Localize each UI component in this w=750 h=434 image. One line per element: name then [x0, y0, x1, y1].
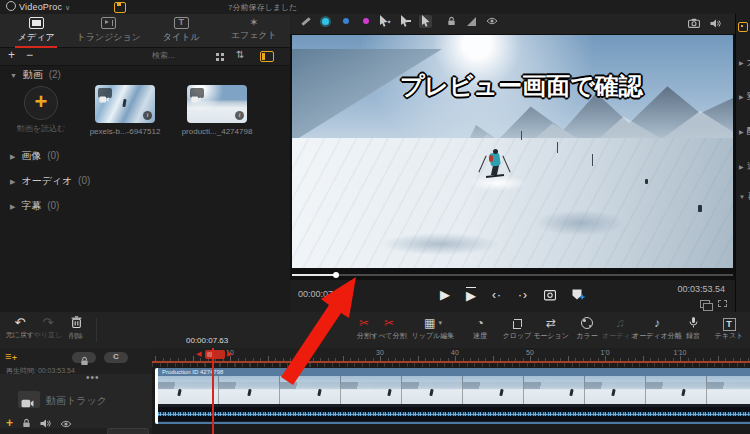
speaker-icon[interactable]	[710, 14, 721, 32]
eye-icon[interactable]	[60, 414, 72, 432]
ruler-tick	[163, 358, 164, 361]
preview-right-icons	[688, 14, 721, 32]
lift-pole	[557, 142, 558, 153]
ruler-tick	[688, 358, 689, 361]
cursor-icon[interactable]	[419, 15, 432, 28]
play-button[interactable]: ▶	[440, 288, 450, 301]
grid-view-icon[interactable]	[216, 53, 219, 56]
inspector-item-変[interactable]: ▶変	[739, 90, 750, 103]
snapshot-camera-icon[interactable]	[688, 14, 700, 32]
trash-button[interactable]: 削除	[54, 316, 98, 341]
preview-video[interactable]: プレビュー画面で確認	[292, 35, 733, 268]
mini-player-icon[interactable]	[700, 300, 710, 308]
import-video-button[interactable]: +	[24, 86, 58, 120]
library-tabs: メディアトランジションタイトル✶エフェクト	[0, 14, 290, 48]
ruler-tick	[478, 358, 479, 361]
blue-marker-dot[interactable]	[339, 15, 352, 28]
media-section-videos[interactable]: ▼動画 (2)	[0, 66, 290, 83]
tab-タイトル[interactable]: タイトル	[145, 14, 218, 47]
lock-icon[interactable]	[22, 414, 31, 432]
add-icon[interactable]: +	[6, 418, 13, 428]
media-section-subtitles[interactable]: ▶字幕 (0)	[0, 197, 290, 214]
snapshot-button[interactable]	[544, 289, 556, 301]
add-media-button[interactable]: +	[8, 48, 15, 62]
step-back-button[interactable]: ‹·	[492, 288, 502, 302]
ruler-tick	[620, 358, 621, 361]
search-input[interactable]	[150, 50, 210, 61]
videocam-icon	[190, 88, 204, 98]
lift-pole	[521, 131, 522, 140]
ruler-tick	[695, 358, 696, 361]
save-icon[interactable]	[114, 2, 126, 13]
cyan-marker-dot[interactable]	[319, 15, 332, 28]
panel-toggle-icon[interactable]	[260, 51, 274, 62]
ruler-tick	[515, 358, 516, 361]
ruler-icon[interactable]	[299, 15, 312, 28]
clip-thumbnails	[158, 376, 750, 404]
seek-handle[interactable]	[333, 272, 339, 278]
timeline-tracks-area[interactable]: 10203040501'01'10 Production ID 4274798 …	[152, 348, 750, 434]
trim-left-marker[interactable]: ◀	[196, 350, 201, 358]
info-icon[interactable]: i	[235, 111, 244, 120]
remove-media-button[interactable]: −	[26, 48, 33, 62]
audio-waveform	[158, 407, 750, 421]
ruler-label: 20	[301, 349, 309, 356]
media-clip-thumbnail[interactable]: i	[187, 85, 247, 123]
tab-トランジション[interactable]: トランジション	[73, 14, 146, 47]
set-square-icon[interactable]	[465, 15, 478, 28]
playhead[interactable]	[212, 348, 214, 434]
ruler-tick	[178, 358, 179, 361]
seek-bar[interactable]	[292, 271, 733, 279]
media-section-audio[interactable]: ▶オーディオ (0)	[0, 172, 290, 189]
eye-icon[interactable]	[485, 15, 498, 28]
magenta-marker-dot[interactable]	[359, 15, 372, 28]
fullscreen-icon[interactable]	[718, 300, 727, 307]
speaker-icon[interactable]	[40, 414, 51, 432]
ski-slope	[292, 138, 733, 268]
timeline-ruler[interactable]: 10203040501'01'10	[152, 348, 750, 363]
panel-toggle-icon[interactable]	[738, 22, 748, 32]
add-track-icon[interactable]: ≡₊	[5, 350, 17, 363]
inspector-item-大[interactable]: ▶大	[739, 56, 750, 69]
app-menu[interactable]: VideoProc ∨	[6, 1, 70, 12]
ruler-tick	[170, 358, 171, 361]
ruler-label: 50	[526, 349, 534, 356]
media-clip-thumbnail[interactable]: i	[95, 85, 155, 123]
timeline-clip[interactable]: Production ID 4274798	[155, 368, 750, 424]
tab-label: タイトル	[145, 31, 218, 44]
info-icon[interactable]: i	[143, 111, 152, 120]
more-icon[interactable]: •••	[86, 372, 100, 383]
timeline-header-panel: ≡₊ C 再生時間: 00:03:53.54 ••• 動画トラック +	[0, 348, 152, 434]
tool-テキスト[interactable]: Tテキスト	[699, 316, 750, 341]
media-section-images[interactable]: ▶画像 (0)	[0, 147, 290, 164]
chevron-down-icon: ∨	[65, 4, 70, 11]
trim-right-marker[interactable]: ▶	[227, 350, 232, 358]
inspector-item-配[interactable]: ▶配	[739, 125, 750, 138]
ruler-tick	[590, 358, 591, 361]
lock-icon[interactable]	[445, 15, 458, 28]
cursor-bar-icon[interactable]	[399, 15, 412, 28]
ruler-tick	[718, 356, 719, 361]
ruler-tick	[748, 358, 749, 361]
step-forward-button[interactable]: ·›	[518, 288, 528, 302]
video-track-header[interactable]: ••• 動画トラック +	[0, 374, 152, 428]
ruler-tick	[388, 358, 389, 361]
inspector-item-速[interactable]: ▶速	[739, 160, 750, 173]
media-list: ▼動画 (2)+動画を読込むipexels-b...-6947512iprodu…	[0, 66, 290, 214]
tab-エフェクト[interactable]: ✶エフェクト	[218, 14, 291, 47]
marker-button[interactable]	[572, 289, 585, 301]
timeline-lock-button[interactable]	[72, 352, 96, 363]
play-from-start-button[interactable]: ▶	[466, 287, 476, 302]
tab-メディア[interactable]: メディア	[0, 14, 73, 47]
ruler-tick	[658, 358, 659, 361]
skier-figure	[681, 389, 685, 396]
ruler-tick	[553, 358, 554, 361]
chevron-down-icon: ▼	[10, 72, 17, 79]
cursor-star-icon[interactable]: ✦	[379, 15, 392, 28]
playhead-marker-box[interactable]	[205, 350, 225, 359]
snap-magnet-button[interactable]: C	[104, 352, 128, 363]
inspector-item-再[interactable]: ▼再	[739, 190, 750, 203]
ruler-tick	[403, 358, 404, 361]
sort-icon[interactable]: ⇅	[236, 49, 244, 60]
ruler-tick	[440, 358, 441, 361]
